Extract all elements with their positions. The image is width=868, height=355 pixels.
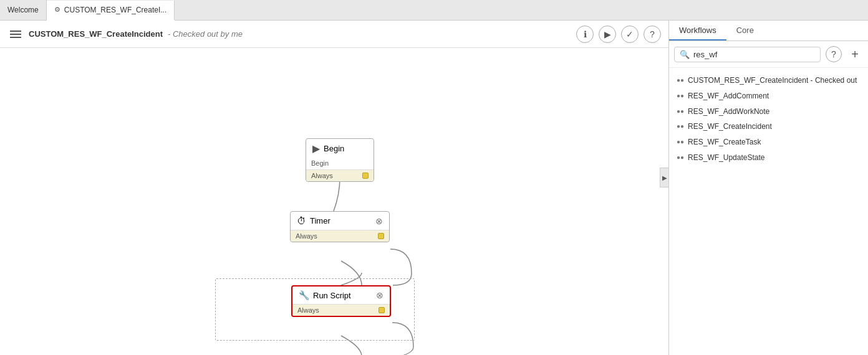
play-icon: ▶	[604, 29, 611, 39]
right-panel: Workflows Core 🔍 ? + ●● CUSTOM_RES_WF_C	[668, 21, 868, 355]
timer-icon: ⏱	[297, 215, 306, 226]
wf-label-updatestate: RES_WF_UpdateState	[688, 153, 764, 163]
wf-icon-updatestate: ●●	[677, 154, 684, 161]
node-timer[interactable]: ⏱ Timer ⊗ Always	[290, 211, 390, 242]
wf-label-createincident: RES_WF_CreateIncident	[688, 121, 772, 132]
list-item-createincident[interactable]: ●● RES_WF_CreateIncident	[669, 119, 868, 135]
wf-label-addworknote: RES_WF_AddWorkNote	[688, 107, 769, 117]
search-toolbar: 🔍 ? +	[669, 41, 868, 68]
tab-bar: Welcome ⚙ CUSTOM_RES_WF_CreateI...	[0, 0, 868, 21]
node-run-script-header: 🔧 Run Script ⊗	[292, 286, 390, 304]
begin-label: Begin	[324, 144, 344, 153]
hamburger-menu[interactable]	[7, 28, 24, 40]
wf-label-createtask: RES_WF_CreateTask	[688, 137, 761, 148]
begin-dot	[362, 173, 369, 179]
wf-icon-addworknote: ●●	[677, 108, 684, 115]
begin-play-icon: ▶	[312, 143, 320, 154]
workflow-subtitle: - Checked out by me	[168, 29, 243, 39]
tab-welcome-label: Welcome	[7, 6, 39, 14]
panel-collapse-button[interactable]: ▶	[660, 168, 668, 187]
wf-icon-custom: ●●	[677, 77, 684, 83]
canvas[interactable]: ▶ Begin Begin Always ⏱ Timer ⊗ Always	[0, 48, 668, 355]
check-button[interactable]: ✓	[621, 26, 639, 43]
panel-add-button[interactable]: +	[847, 46, 863, 62]
tab-workflow-icon: ⚙	[54, 6, 60, 14]
canvas-section: CUSTOM_RES_WF_CreateIncident - Checked o…	[0, 21, 668, 355]
panel-help-button[interactable]: ?	[826, 46, 842, 62]
run-script-label: Run Script	[313, 291, 351, 300]
toolbar: CUSTOM_RES_WF_CreateIncident - Checked o…	[0, 21, 668, 48]
wf-icon-createincident: ●●	[677, 123, 684, 130]
node-run-script[interactable]: 🔧 Run Script ⊗ Always	[291, 285, 391, 317]
begin-footer: Always	[306, 169, 374, 181]
node-begin[interactable]: ▶ Begin Begin Always	[306, 138, 374, 182]
run-script-dot	[379, 307, 385, 313]
info-button[interactable]: ℹ	[576, 26, 594, 43]
begin-sublabel: Begin	[306, 158, 374, 169]
list-item-createtask[interactable]: ●● RES_WF_CreateTask	[669, 135, 868, 150]
wf-icon-createtask: ●●	[677, 138, 684, 145]
main-area: CUSTOM_RES_WF_CreateIncident - Checked o…	[0, 21, 868, 355]
workflow-title: CUSTOM_RES_WF_CreateIncident	[29, 29, 163, 39]
tab-workflow-label: CUSTOM_RES_WF_CreateI...	[64, 6, 166, 14]
list-item-custom-res-wf[interactable]: ●● CUSTOM_RES_WF_CreateIncident - Checke…	[669, 73, 868, 88]
node-timer-header: ⏱ Timer ⊗	[291, 212, 389, 230]
tab-core[interactable]: Core	[726, 21, 764, 40]
wf-icon-addcomment: ●●	[677, 92, 684, 99]
help-icon: ?	[650, 29, 655, 39]
help-button[interactable]: ?	[644, 26, 661, 43]
workflow-list: ●● CUSTOM_RES_WF_CreateIncident - Checke…	[669, 68, 868, 355]
right-panel-tabs: Workflows Core	[669, 21, 868, 41]
search-icon: 🔍	[680, 50, 690, 59]
tab-welcome[interactable]: Welcome	[0, 0, 47, 20]
panel-add-icon: +	[851, 47, 859, 62]
timer-footer: Always	[291, 230, 389, 242]
node-begin-header: ▶ Begin	[306, 139, 374, 158]
list-item-addworknote[interactable]: ●● RES_WF_AddWorkNote	[669, 104, 868, 120]
timer-dot	[378, 233, 384, 239]
search-input[interactable]	[693, 50, 815, 59]
tab-workflows[interactable]: Workflows	[669, 21, 726, 40]
tab-core-label: Core	[736, 26, 754, 35]
tab-workflow-editor[interactable]: ⚙ CUSTOM_RES_WF_CreateI...	[47, 1, 175, 21]
search-box[interactable]: 🔍	[674, 47, 821, 62]
tab-workflows-label: Workflows	[679, 26, 716, 35]
wf-label-custom: CUSTOM_RES_WF_CreateIncident - Checked o…	[688, 75, 857, 86]
list-item-addcomment[interactable]: ●● RES_WF_AddComment	[669, 88, 868, 104]
list-item-updatestate[interactable]: ●● RES_WF_UpdateState	[669, 150, 868, 166]
wf-label-addcomment: RES_WF_AddComment	[688, 91, 769, 102]
info-icon: ℹ	[584, 29, 587, 39]
panel-help-icon: ?	[831, 49, 836, 59]
timer-close-icon[interactable]: ⊗	[375, 216, 383, 226]
timer-label: Timer	[310, 216, 330, 225]
run-script-footer: Always	[292, 304, 390, 316]
run-script-close-icon[interactable]: ⊗	[376, 290, 383, 300]
check-icon: ✓	[626, 29, 634, 39]
run-script-icon: 🔧	[299, 290, 309, 300]
play-button[interactable]: ▶	[599, 26, 616, 43]
